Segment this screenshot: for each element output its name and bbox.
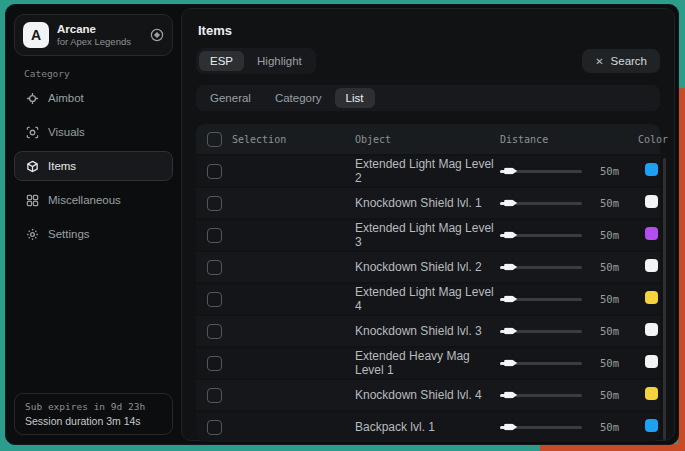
select-all-checkbox[interactable] — [207, 132, 222, 147]
distance-slider[interactable] — [500, 284, 586, 314]
row-checkbox[interactable] — [207, 260, 222, 275]
color-swatch[interactable] — [645, 291, 658, 304]
slider-track — [500, 330, 582, 333]
table-body: Extended Light Mag Level 250mKnockdown S… — [196, 154, 660, 442]
slider-track — [500, 202, 582, 205]
app-subtitle: for Apex Legends — [57, 36, 142, 48]
distance-slider[interactable] — [500, 220, 586, 250]
distance-slider[interactable] — [500, 316, 586, 346]
row-checkbox[interactable] — [207, 292, 222, 307]
sidebar-item-items[interactable]: Items — [14, 151, 173, 181]
sidebar-item-label: Miscellaneous — [48, 194, 121, 206]
grid-icon — [25, 193, 39, 207]
color-swatch[interactable] — [645, 355, 658, 368]
distance-value: 50m — [586, 421, 638, 433]
search-button[interactable]: ✕ Search — [582, 49, 660, 73]
distance-value: 50m — [586, 229, 638, 241]
app-window: A Arcane for Apex Legends Category Aimbo… — [5, 4, 679, 445]
object-name: Knockdown Shield lvl. 4 — [349, 388, 500, 402]
row-checkbox[interactable] — [207, 196, 222, 211]
slider-thumb[interactable] — [504, 264, 517, 271]
package-icon — [25, 159, 39, 173]
search-label: Search — [611, 55, 647, 67]
table-row: Knockdown Shield lvl. 250m — [196, 252, 660, 282]
app-name: Arcane — [57, 22, 142, 36]
object-name: Knockdown Shield lvl. 1 — [349, 196, 500, 210]
distance-value: 50m — [586, 357, 638, 369]
sidebar: A Arcane for Apex Legends Category Aimbo… — [6, 5, 181, 444]
slider-thumb[interactable] — [504, 424, 517, 431]
slider-thumb[interactable] — [504, 392, 517, 399]
object-name: Extended Light Mag Level 3 — [349, 221, 500, 249]
color-swatch[interactable] — [645, 227, 658, 240]
table-row: Extended Light Mag Level 350m — [196, 220, 660, 250]
distance-value: 50m — [586, 293, 638, 305]
subscription-card: Sub expires in 9d 23h Session duration 3… — [14, 393, 173, 435]
col-color: Color — [638, 134, 660, 145]
col-object: Object — [349, 134, 500, 145]
distance-value: 50m — [586, 261, 638, 273]
slider-track — [500, 426, 582, 429]
table-row: Backpack lvl. 150m — [196, 412, 660, 442]
app-header-card: A Arcane for Apex Legends — [14, 14, 173, 56]
col-distance: Distance — [500, 134, 586, 145]
items-table: Selection Object Distance Color Extended… — [196, 124, 660, 442]
slider-thumb[interactable] — [504, 328, 517, 335]
tab-highlight[interactable]: Highlight — [246, 51, 313, 71]
row-checkbox[interactable] — [207, 324, 222, 339]
distance-slider[interactable] — [500, 380, 586, 410]
slider-thumb[interactable] — [504, 232, 517, 239]
sidebar-item-label: Aimbot — [48, 92, 84, 104]
slider-thumb[interactable] — [504, 168, 517, 175]
row-checkbox[interactable] — [207, 420, 222, 435]
object-name: Extended Heavy Mag Level 1 — [349, 349, 500, 377]
color-swatch[interactable] — [645, 419, 658, 432]
object-name: Extended Light Mag Level 2 — [349, 157, 500, 185]
slider-track — [500, 170, 582, 173]
distance-slider[interactable] — [500, 348, 586, 378]
view-tab-group: GeneralCategoryList — [196, 85, 660, 111]
sidebar-item-visuals[interactable]: Visuals — [14, 117, 173, 147]
slider-thumb[interactable] — [504, 200, 517, 207]
distance-slider[interactable] — [500, 156, 586, 186]
row-checkbox[interactable] — [207, 356, 222, 371]
row-checkbox[interactable] — [207, 388, 222, 403]
sidebar-item-miscellaneous[interactable]: Miscellaneous — [14, 185, 173, 215]
table-row: Extended Light Mag Level 450m — [196, 284, 660, 314]
mode-tab-group: ESPHighlight — [196, 48, 316, 74]
sidebar-nav: AimbotVisualsItemsMiscellaneousSettings — [6, 83, 181, 249]
col-selection: Selection — [232, 134, 349, 145]
row-checkbox[interactable] — [207, 228, 222, 243]
distance-slider[interactable] — [500, 252, 586, 282]
distance-slider[interactable] — [500, 188, 586, 218]
row-checkbox[interactable] — [207, 164, 222, 179]
color-swatch[interactable] — [645, 387, 658, 400]
distance-slider[interactable] — [500, 412, 586, 442]
crosshair-icon — [25, 91, 39, 105]
slider-thumb[interactable] — [504, 296, 517, 303]
emblem-icon[interactable] — [150, 28, 164, 42]
table-row: Knockdown Shield lvl. 350m — [196, 316, 660, 346]
search-icon: ✕ — [595, 56, 603, 67]
distance-value: 50m — [586, 197, 638, 209]
color-swatch[interactable] — [645, 163, 658, 176]
backdrop-orange-bottom — [540, 444, 685, 451]
app-logo: A — [23, 22, 49, 48]
tab-category[interactable]: Category — [264, 88, 333, 108]
table-row: Extended Heavy Mag Level 150m — [196, 348, 660, 378]
sidebar-item-aimbot[interactable]: Aimbot — [14, 83, 173, 113]
color-swatch[interactable] — [645, 259, 658, 272]
backdrop-orange-right — [678, 88, 685, 451]
main-panel: Items ESPHighlight ✕ Search GeneralCateg… — [181, 8, 675, 441]
tab-list[interactable]: List — [335, 88, 375, 108]
slider-track — [500, 362, 582, 365]
table-scrollbar[interactable] — [663, 158, 666, 440]
category-label: Category — [24, 68, 181, 79]
color-swatch[interactable] — [645, 323, 658, 336]
color-swatch[interactable] — [645, 195, 658, 208]
tab-general[interactable]: General — [199, 88, 262, 108]
tab-esp[interactable]: ESP — [199, 51, 244, 71]
slider-thumb[interactable] — [504, 360, 517, 367]
sidebar-item-settings[interactable]: Settings — [14, 219, 173, 249]
object-name: Knockdown Shield lvl. 2 — [349, 260, 500, 274]
